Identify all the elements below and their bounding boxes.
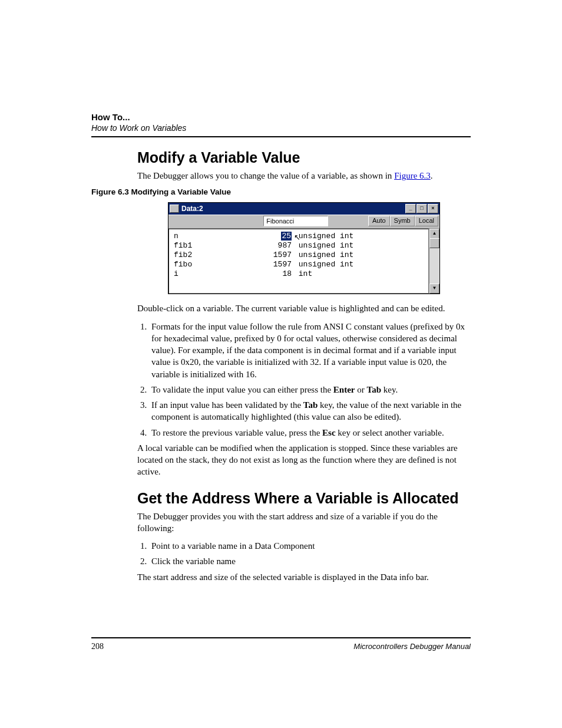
section2-after: The start address and size of the select… xyxy=(137,571,471,583)
variable-value[interactable]: 987 xyxy=(262,241,294,251)
manual-title: Microcontrollers Debugger Manual xyxy=(353,642,471,651)
variable-row[interactable]: n25 unsigned int xyxy=(174,232,424,241)
figure-6-3: Data:2 _ □ × Fibonacci Auto Symb Local xyxy=(137,202,471,294)
after-figure-text: Double-click on a variable. The current … xyxy=(137,302,471,314)
variable-value[interactable]: 1597 xyxy=(262,251,294,260)
auto-button[interactable]: Auto xyxy=(368,216,390,226)
close-button[interactable]: × xyxy=(428,204,438,213)
titlebar[interactable]: Data:2 _ □ × xyxy=(168,203,439,215)
section1-intro: The Debugger allows you to change the va… xyxy=(137,170,471,182)
section1-list: Formats for the input value follow the r… xyxy=(137,321,471,439)
selected-value[interactable]: 25 xyxy=(281,232,292,241)
variable-name[interactable]: fib2 xyxy=(174,251,262,260)
variable-value[interactable]: 25 xyxy=(262,232,294,241)
list-item: To restore the previous variable value, … xyxy=(149,427,471,439)
vertical-scrollbar[interactable]: ▲ ▼ xyxy=(429,229,439,294)
section2-heading: Get the Address Where a Variable is Allo… xyxy=(137,490,471,507)
scope-field[interactable]: Fibonacci xyxy=(263,216,328,226)
figure-caption: Figure 6.3 Modifying a Variable Value xyxy=(91,187,471,196)
page-footer: 208 Microcontrollers Debugger Manual xyxy=(91,633,471,651)
info-bar: Fibonacci Auto Symb Local xyxy=(168,215,439,229)
variable-type: unsigned int xyxy=(294,260,424,269)
variable-value[interactable]: 1597 xyxy=(262,260,294,269)
data-window: Data:2 _ □ × Fibonacci Auto Symb Local xyxy=(168,202,440,294)
minimize-button[interactable]: _ xyxy=(405,204,416,213)
variable-name[interactable]: fibo xyxy=(174,260,262,269)
variable-row[interactable]: fib1987 unsigned int xyxy=(174,241,424,251)
variable-name[interactable]: i xyxy=(174,269,262,279)
header-rule xyxy=(91,136,471,137)
variable-type: unsigned int xyxy=(294,251,424,260)
header-subtitle: How to Work on Variables xyxy=(91,123,471,133)
variable-name[interactable]: n xyxy=(174,232,262,241)
list-item: Formats for the input value follow the r… xyxy=(149,321,471,380)
after-list-text: A local variable can be modified when th… xyxy=(137,442,471,478)
system-menu-icon[interactable] xyxy=(170,205,179,213)
variable-row[interactable]: fib21597 unsigned int xyxy=(174,251,424,260)
header-title: How To... xyxy=(91,112,471,122)
variable-list[interactable]: n25 unsigned intfib1987 unsigned intfib2… xyxy=(168,229,429,294)
scroll-down-button[interactable]: ▼ xyxy=(429,284,439,294)
section2-list: Point to a variable name in a Data Compo… xyxy=(137,540,471,568)
variable-row[interactable]: i18 int xyxy=(174,269,424,279)
scroll-thumb[interactable] xyxy=(429,238,439,248)
scroll-up-button[interactable]: ▲ xyxy=(429,229,439,239)
variable-type: unsigned int xyxy=(294,232,424,241)
list-item: Click the variable name xyxy=(149,555,471,567)
variable-name[interactable]: fib1 xyxy=(174,241,262,251)
page-number: 208 xyxy=(91,642,104,651)
list-item: If an input value has been validated by … xyxy=(149,399,471,423)
maximize-button[interactable]: □ xyxy=(416,204,427,213)
window-title: Data:2 xyxy=(181,205,405,213)
section1-heading: Modify a Variable Value xyxy=(137,149,471,166)
page-header: How To... How to Work on Variables xyxy=(91,112,471,137)
variable-row[interactable]: fibo1597 unsigned int xyxy=(174,260,424,269)
intro-post: . xyxy=(431,171,433,180)
variable-type: unsigned int xyxy=(294,241,424,251)
section2-intro: The Debugger provides you with the start… xyxy=(137,510,471,535)
variable-type: int xyxy=(294,269,424,279)
figure-link[interactable]: Figure 6.3 xyxy=(394,171,431,180)
list-item: To validate the input value you can eith… xyxy=(149,384,471,396)
local-button[interactable]: Local xyxy=(415,216,438,226)
symb-button[interactable]: Symb xyxy=(390,216,415,226)
variable-value[interactable]: 18 xyxy=(262,269,294,279)
list-item: Point to a variable name in a Data Compo… xyxy=(149,540,471,552)
intro-pre: The Debugger allows you to change the va… xyxy=(137,171,394,180)
